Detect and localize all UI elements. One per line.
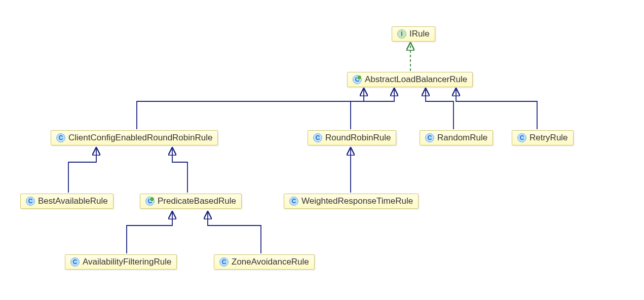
node-randomrule: C RandomRule bbox=[420, 130, 493, 145]
node-label: PredicateBasedRule bbox=[158, 196, 236, 206]
abstract-class-icon: C bbox=[145, 197, 155, 206]
node-label: RoundRobinRule bbox=[325, 133, 391, 143]
node-bestavailablerule: C BestAvailableRule bbox=[20, 194, 113, 209]
interface-icon: I bbox=[397, 29, 406, 39]
class-icon: C bbox=[26, 197, 35, 206]
node-label: RandomRule bbox=[437, 133, 487, 143]
node-availabilityfilteringrule: C AvailabilityFilteringRule bbox=[65, 254, 177, 270]
class-icon: C bbox=[425, 133, 434, 142]
class-icon: C bbox=[313, 133, 322, 142]
node-label: ClientConfigEnabledRoundRobinRule bbox=[68, 133, 212, 143]
class-icon: C bbox=[289, 197, 298, 206]
node-weightedresponsetimerule: C WeightedResponseTimeRule bbox=[284, 194, 419, 209]
class-icon: C bbox=[219, 257, 229, 267]
node-label: BestAvailableRule bbox=[38, 196, 108, 206]
node-predicatebasedrule: C PredicateBasedRule bbox=[140, 194, 242, 209]
node-label: AbstractLoadBalancerRule bbox=[365, 74, 467, 85]
node-irule: I IRule bbox=[392, 26, 435, 42]
class-icon: C bbox=[70, 257, 80, 267]
node-zoneavoidancerule: C ZoneAvoidanceRule bbox=[214, 254, 315, 270]
node-label: AvailabilityFilteringRule bbox=[83, 257, 171, 267]
abstract-class-icon: C bbox=[353, 75, 362, 84]
node-abstractloadbalancerrule: C AbstractLoadBalancerRule bbox=[347, 72, 473, 87]
node-clientconfigenabledroundrobinrule: C ClientConfigEnabledRoundRobinRule bbox=[51, 130, 218, 145]
node-label: IRule bbox=[409, 29, 430, 39]
node-label: ZoneAvoidanceRule bbox=[232, 257, 309, 267]
node-retryrule: C RetryRule bbox=[512, 130, 574, 145]
node-label: RetryRule bbox=[529, 133, 568, 143]
node-roundrobinrule: C RoundRobinRule bbox=[308, 130, 396, 145]
class-icon: C bbox=[56, 133, 65, 142]
node-label: WeightedResponseTimeRule bbox=[301, 196, 413, 206]
class-icon: C bbox=[517, 133, 526, 142]
